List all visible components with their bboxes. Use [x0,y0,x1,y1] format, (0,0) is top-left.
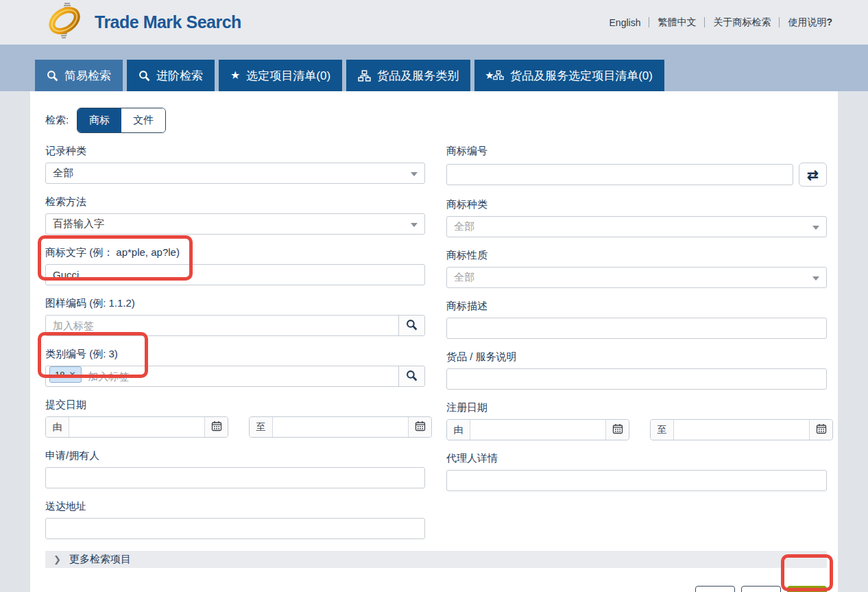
field-mark-number: 商标编号 ⇄ [446,145,827,187]
registration-date-to-group: 至 [650,419,833,440]
mark-category-select[interactable]: 全部 [446,216,827,237]
app-title: Trade Mark Search [95,12,241,32]
link-help[interactable]: 使用说明? [780,16,841,29]
link-about-search[interactable]: 关于商标检索 [705,16,779,29]
field-agent-details: 代理人详情 [446,452,827,491]
pattern-code-search-button[interactable] [398,316,424,335]
filing-date-from-calendar-button[interactable] [204,417,228,437]
search-method-value: 百搭输入字 [53,217,104,230]
calendar-icon [612,423,623,436]
nav-tab-bar: 简易检索 进阶检索 ★ 选定项目清单(0) 货品及服务类别 ★ [0,45,868,91]
brand: Trade Mark Search [44,1,241,44]
link-english[interactable]: English [601,17,649,28]
filing-date-from-group: 由 [45,416,228,438]
pattern-code-input[interactable] [46,316,398,335]
swap-arrows-icon: ⇄ [807,167,819,183]
applicant-input[interactable] [45,467,425,488]
class-number-search-button[interactable] [398,366,424,386]
tab-label: 简易检索 [64,68,111,84]
tab-goods-services-classes[interactable]: 货品及服务类别 [346,60,470,91]
class-number-label: 类别编号 (例: 3) [45,348,425,361]
toggle-trademark[interactable]: 商标 [77,108,121,132]
remove-tag-icon[interactable]: ✕ [69,370,75,379]
pattern-code-label: 图样编码 (例: 1.1.2) [45,297,425,310]
trademark-logo-icon [44,1,86,44]
mark-description-input[interactable] [446,318,827,339]
agent-details-input[interactable] [446,470,827,491]
chevron-down-icon [812,276,819,281]
field-applicant: 申请/拥有人 [45,449,425,488]
field-service-address: 送达地址 [45,500,425,539]
date-from-prefix: 由 [46,417,69,437]
search-method-select[interactable]: 百搭输入字 [45,213,425,235]
goods-services-description-input[interactable] [446,368,827,390]
class-number-group: 18 ✕ [45,366,425,387]
applicant-label: 申请/拥有人 [45,449,425,462]
pattern-code-group [45,315,425,336]
goods-services-description-label: 货品 / 服务说明 [446,351,827,364]
tab-advanced-search[interactable]: 进阶检索 [127,60,215,91]
link-traditional-chinese[interactable]: 繁體中文 [649,16,704,29]
search-button[interactable]: 检索 [787,586,827,592]
field-search-method: 检索方法 百搭输入字 [45,196,425,235]
field-goods-services-description: 货品 / 服务说明 [446,351,827,390]
class-number-input[interactable] [82,366,398,386]
chevron-down-icon [812,226,819,230]
service-address-input[interactable] [45,518,425,539]
toggle-document[interactable]: 文件 [121,108,165,132]
chevron-right-icon: ❯ [53,554,61,565]
tab-selected-list[interactable]: ★ 选定项目清单(0) [219,60,342,91]
registration-date-from-input[interactable] [470,420,605,440]
mark-nature-label: 商标性质 [446,249,827,262]
field-record-type: 记录种类 全部 [45,145,425,184]
class-tag-chip: 18 ✕ [49,366,82,383]
form-right-column: 商标编号 ⇄ 商标种类 全部 商标性质 全部 [446,145,827,551]
registration-date-to-calendar-button[interactable] [809,420,832,440]
tab-goods-services-selected-list[interactable]: ★ 货品及服务选定项目清单(0) [474,60,664,91]
tab-label: 货品及服务类别 [377,68,459,84]
field-mark-nature: 商标性质 全部 [446,249,827,288]
mark-text-input[interactable] [45,264,425,285]
search-icon [138,70,150,82]
search-target-label: 检索: [45,114,69,127]
field-class-number: 类别编号 (例: 3) 18 ✕ [45,348,425,387]
star-sitemap-icon: ★ [486,69,504,82]
mark-category-value: 全部 [454,220,474,233]
search-icon [47,70,58,82]
field-mark-description: 商标描述 [446,300,827,339]
filing-date-to-calendar-button[interactable] [408,417,431,437]
form-actions: 重设 清除 检索 [45,586,827,592]
record-type-select[interactable]: 全部 [45,163,425,184]
registration-date-to-input[interactable] [674,420,809,440]
tab-label: 进阶检索 [156,68,203,84]
registration-date-from-calendar-button[interactable] [605,420,629,440]
field-pattern-code: 图样编码 (例: 1.1.2) [45,297,425,336]
registration-date-from-group: 由 [446,419,629,440]
mark-nature-select[interactable]: 全部 [446,267,827,288]
field-mark-text: 商标文字 (例： ap*ple, ap?le) [45,246,425,285]
filing-date-from-input[interactable] [69,417,204,437]
clear-button[interactable]: 清除 [741,586,781,592]
chevron-down-icon [411,223,418,227]
mark-number-swap-button[interactable]: ⇄ [799,163,827,187]
header-links: English 繁體中文 关于商标检索 使用说明? [601,16,841,29]
question-mark: ? [826,16,832,27]
mark-number-label: 商标编号 [446,145,827,158]
date-to-prefix: 至 [250,417,273,437]
form-left-column: 记录种类 全部 检索方法 百搭输入字 商标文字 (例： ap*ple, ap?l… [45,145,425,551]
record-type-value: 全部 [53,167,73,180]
star-icon: ★ [230,70,240,81]
mark-text-label: 商标文字 (例： ap*ple, ap?le) [45,246,425,259]
field-filing-date: 提交日期 由 [45,399,425,438]
tab-label: 货品及服务选定项目清单(0) [510,68,653,84]
more-search-items-toggle[interactable]: ❯ 更多检索项目 [45,551,827,568]
reset-button[interactable]: 重设 [695,586,735,592]
filing-date-label: 提交日期 [45,399,425,412]
tab-simple-search[interactable]: 简易检索 [35,60,123,91]
more-search-items-label: 更多检索项目 [69,553,131,566]
mark-nature-value: 全部 [454,271,474,284]
sitemap-icon [358,70,371,82]
app-header: Trade Mark Search English 繁體中文 关于商标检索 使用… [0,0,868,45]
filing-date-to-input[interactable] [273,417,408,437]
mark-number-input[interactable] [446,164,793,185]
